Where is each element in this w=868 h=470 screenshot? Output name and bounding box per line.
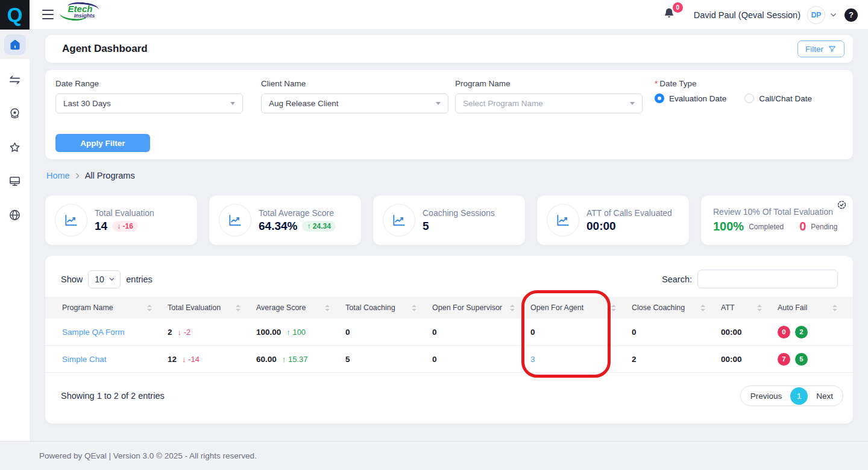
chevron-down-icon[interactable] [829,11,837,19]
radio-call-chat-date-label[interactable]: Call/Chat Date [759,94,812,103]
table-row: Simple Chat 12↓ -14 60.00↑ 15.37 5 0 3 2… [45,346,853,373]
breadcrumb-home-link[interactable]: Home [46,171,70,180]
stat-label: Total Average Score [259,208,336,218]
stat-card-total-average-score: Total Average Score 64.34% ↑ 24.34 [209,195,361,245]
home-active-pill [4,34,26,55]
col-header-total-coaching[interactable]: Total Coaching [345,297,432,319]
total-coaching-value: 5 [345,355,350,364]
date-range-value: Last 30 Days [63,99,111,108]
show-label: Show [61,275,83,284]
col-header-program-name[interactable]: Program Name [62,297,168,319]
page-size-select[interactable]: 10 [88,270,121,288]
stat-delta-badge: ↑ 24.34 [302,221,335,232]
home-icon [8,38,22,51]
program-name-link[interactable]: Sample QA Form [62,328,125,337]
open-for-agent-link[interactable]: 3 [530,355,535,364]
apply-filter-button[interactable]: Apply Filter [55,134,150,152]
sidebar-item-favorites[interactable] [8,140,22,154]
review-pending-value: 0 [799,220,806,233]
date-range-select[interactable]: Last 30 Days [55,94,243,113]
breadcrumb-current: All Programs [85,171,135,180]
sort-icon [412,305,417,311]
previous-page-button[interactable]: Previous [742,392,791,401]
auto-fail-green-badge: 5 [795,353,808,366]
current-page-button[interactable]: 1 [790,387,808,405]
etech-insights-logo[interactable]: Etech Insights [63,4,98,19]
sidebar-item-global[interactable] [8,208,22,222]
user-name[interactable]: David Paul (Qeval Session) [694,10,800,20]
average-score-value: 60.00 [256,355,277,364]
col-header-total-evaluation[interactable]: Total Evaluation [168,297,256,319]
transfer-arrows-icon [8,73,22,87]
stat-cards-row: Total Evaluation 14 ↓ -16 Total Average … [45,195,853,245]
client-name-select[interactable]: Aug Release Client [261,94,448,113]
footer: Powered by QEval | Version 3.0 © 2025 - … [0,441,868,470]
program-name-link[interactable]: Simple Chat [62,355,107,364]
client-name-value: Aug Release Client [269,99,339,108]
date-type-group: *Date Type Evaluation Date Call/Chat Dat… [655,79,812,103]
total-coaching-value: 0 [345,328,350,337]
notifications-button[interactable]: 0 [662,6,678,24]
col-header-close-coaching[interactable]: Close Coaching [632,297,721,319]
footer-text: Powered by QEval | Version 3.0 © 2025 - … [39,451,257,460]
table-controls: Show 10 entries Search: [45,256,853,288]
star-icon [8,141,22,154]
sort-icon [147,305,152,311]
filter-button[interactable]: Filter [797,40,844,57]
col-header-auto-fail[interactable]: Auto Fail [778,297,853,319]
sidebar-item-qa-badge[interactable] [8,106,22,121]
menu-toggle-icon[interactable] [42,10,54,19]
funnel-icon [828,45,837,54]
col-header-open-for-supervisor[interactable]: Open For Supervisor [432,297,530,319]
help-button[interactable]: ? [844,8,858,22]
stat-value: 5 [423,220,429,233]
chevron-down-icon [108,276,115,282]
stat-label: Coaching Sessions [423,208,495,218]
stat-card-att: ATT of Calls Evaluated 00:00 [537,195,689,245]
next-page-button[interactable]: Next [808,392,841,401]
search-input[interactable] [697,270,838,288]
search-label: Search: [662,275,692,284]
sort-icon [832,305,837,311]
globe-icon [8,208,22,222]
sidebar-item-transfer[interactable] [8,72,22,87]
table-footer: Showing 1 to 2 of 2 entries Previous 1 N… [45,373,853,406]
col-header-att[interactable]: ATT [721,297,778,319]
page-title: Agent Dashboard [62,43,797,55]
stat-label: Total Evaluation [95,208,154,218]
sidebar-item-monitor[interactable] [8,174,22,188]
auto-fail-red-badge: 7 [778,353,790,366]
date-type-options: Evaluation Date Call/Chat Date [655,94,812,103]
col-header-average-score[interactable]: Average Score [256,297,345,319]
sort-icon [325,305,330,311]
total-evaluation-value: 12 [168,355,177,364]
radio-evaluation-date-label[interactable]: Evaluation Date [669,94,726,103]
pagination: Previous 1 Next [740,386,843,406]
entries-summary: Showing 1 to 2 of 2 entries [61,391,165,401]
line-chart-icon [391,212,407,228]
att-value: 00:00 [721,328,742,337]
program-name-select[interactable]: Select Program Name [455,94,643,113]
close-coaching-value: 2 [632,355,637,364]
col-header-open-for-agent[interactable]: Open For Agent [530,297,632,319]
etech-logo-text: Etech [63,4,98,13]
topbar: Q Etech Insights 0 David Paul (Qeval Ses… [0,0,868,30]
date-range-label: Date Range [55,79,243,88]
topbar-right: 0 David Paul (Qeval Session) DP ? [662,0,858,30]
program-name-label: Program Name [455,79,643,88]
chart-icon-circle [219,204,251,237]
total-evaluation-delta: ↓ -2 [178,328,191,337]
sidebar-item-home[interactable] [0,30,30,59]
qeval-logo[interactable]: Q [0,0,30,30]
app-root: Q Etech Insights 0 David Paul (Qeval Ses… [0,0,868,470]
open-for-supervisor-value: 0 [432,355,437,364]
sidebar [0,30,30,441]
avatar[interactable]: DP [807,6,825,24]
stat-card-review-10-percent: Review 10% Of Total Evaluation 100% Comp… [701,195,853,245]
clock-check-icon[interactable] [837,200,847,212]
radio-call-chat-date[interactable] [744,94,754,103]
radio-evaluation-date[interactable] [655,94,664,103]
att-value: 00:00 [721,355,742,364]
stat-value: 64.34% [259,220,297,233]
chart-icon-circle [383,204,415,237]
